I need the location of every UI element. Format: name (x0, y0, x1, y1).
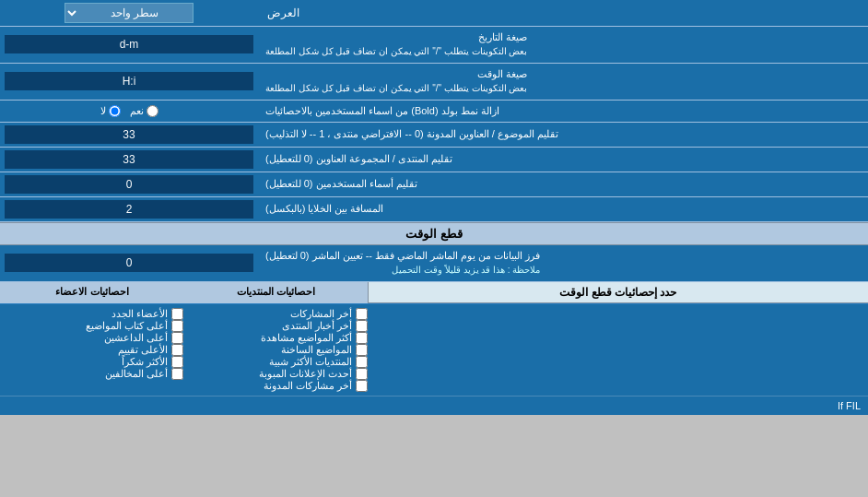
cells-distance-input[interactable] (5, 200, 253, 219)
time-format-row: صيغة الوقتبعض التكوينات يتطلب "/" التي ي… (0, 64, 868, 101)
checkbox-content: أخر المشاركات أخر أخبار المنتدى أكثر الم… (0, 304, 868, 396)
date-format-label: صيغة التاريخبعض التكوينات يتطلب "/" التي… (258, 27, 868, 63)
topics-limit-input[interactable] (5, 125, 253, 144)
most-similar-checkbox[interactable] (356, 356, 368, 368)
latest-ads-checkbox[interactable] (356, 368, 368, 380)
forum-limit-input-cell (0, 148, 258, 172)
time-cutoff-label: فرز البيانات من يوم الماشر الماضي فقط --… (258, 245, 868, 281)
bold-no-label[interactable]: لا (100, 105, 121, 117)
time-format-input[interactable] (5, 72, 253, 90)
users-limit-label: تقليم أسماء المستخدمين (0 للتعطيل) (258, 172, 868, 196)
list-item: الأكثر شكراً (8, 356, 183, 368)
top-posters-checkbox[interactable] (171, 320, 183, 332)
ifFIL-text: If FIL (838, 400, 861, 411)
top-select-cell[interactable]: سطر واحدسطرينثلاثة أسطر (0, 0, 258, 26)
bold-radio-cell: نعم لا (0, 101, 258, 122)
forum-limit-label: تقليم المنتدى / المجموعة العناوين (0 للت… (258, 148, 868, 172)
list-item: أعلى المخالفين (8, 368, 183, 380)
ifFIL-row: If FIL (0, 396, 868, 415)
latest-posts-checkbox[interactable] (356, 308, 368, 320)
hot-topics-checkbox[interactable] (356, 344, 368, 356)
list-item: أخر المشاركات (193, 308, 368, 320)
bold-yes-label[interactable]: نعم (130, 105, 158, 117)
display-select[interactable]: سطر واحدسطرينثلاثة أسطر (65, 3, 194, 23)
bold-label: ازالة نمط بولد (Bold) من اسماء المستخدمي… (258, 101, 868, 122)
stats-cutoff-header: حدد إحصائيات قطع الوقت (369, 282, 868, 303)
bold-yes-radio[interactable] (147, 105, 158, 117)
list-item: أخر مشاركات المدونة (193, 380, 368, 392)
top-row: العرض سطر واحدسطرينثلاثة أسطر (0, 0, 868, 27)
cells-distance-input-cell (0, 197, 258, 221)
date-format-input[interactable] (5, 35, 253, 53)
col2-checkboxes: أخر المشاركات أخر أخبار المنتدى أكثر الم… (188, 308, 372, 392)
date-format-input-cell (0, 27, 258, 63)
list-item: أخر أخبار المنتدى (193, 320, 368, 332)
cells-distance-row: المسافة بين الخلايا (بالبكسل) (0, 197, 868, 222)
list-item: أعلى كتاب المواضيع (8, 320, 183, 332)
top-label: العرض (258, 0, 868, 26)
cells-distance-label: المسافة بين الخلايا (بالبكسل) (258, 197, 868, 221)
list-item: أعلى الداعشين (8, 332, 183, 344)
topics-limit-label: تقليم الموضوع / العناوين المدونة (0 -- ا… (258, 123, 868, 147)
list-item: أحدث الإعلانات المبوبة (193, 368, 368, 380)
latest-forum-checkbox[interactable] (356, 320, 368, 332)
latest-shared-checkbox[interactable] (356, 380, 368, 392)
top-visitors-checkbox[interactable] (171, 368, 183, 380)
users-limit-input[interactable] (5, 175, 253, 194)
list-item: الأعلى تقييم (8, 344, 183, 356)
col1-checkboxes: الأعضاء الجدد أعلى كتاب المواضيع أعلى ال… (4, 308, 188, 392)
topics-limit-input-cell (0, 123, 258, 147)
checkbox-headers-row: حدد إحصائيات قطع الوقت احصائيات المنتديا… (0, 282, 868, 304)
list-item: أكثر المواضيع مشاهدة (193, 332, 368, 344)
time-cutoff-header: قطع الوقت (0, 222, 868, 245)
most-viewed-checkbox[interactable] (356, 332, 368, 344)
top-rated-checkbox[interactable] (171, 344, 183, 356)
topics-limit-row: تقليم الموضوع / العناوين المدونة (0 -- ا… (0, 123, 868, 148)
most-thanks-checkbox[interactable] (171, 356, 183, 368)
list-item: المنتديات الأكثر شبية (193, 356, 368, 368)
time-format-label: صيغة الوقتبعض التكوينات يتطلب "/" التي ي… (258, 64, 868, 100)
col3-checkboxes (372, 308, 864, 392)
top-active-checkbox[interactable] (171, 332, 183, 344)
time-cutoff-row: فرز البيانات من يوم الماشر الماضي فقط --… (0, 245, 868, 282)
checkbox-section: حدد إحصائيات قطع الوقت احصائيات المنتديا… (0, 282, 868, 396)
col2-header: احصائيات المنتديات (184, 282, 369, 303)
list-item: المواضيع الساخنة (193, 344, 368, 356)
new-members-checkbox[interactable] (171, 308, 183, 320)
date-format-row: صيغة التاريخبعض التكوينات يتطلب "/" التي… (0, 27, 868, 64)
time-format-input-cell (0, 64, 258, 100)
forum-limit-input[interactable] (5, 150, 253, 169)
bold-row: ازالة نمط بولد (Bold) من اسماء المستخدمي… (0, 101, 868, 123)
bold-no-radio[interactable] (109, 105, 121, 117)
list-item: الأعضاء الجدد (8, 308, 183, 320)
forum-limit-row: تقليم المنتدى / المجموعة العناوين (0 للت… (0, 148, 868, 172)
users-limit-input-cell (0, 172, 258, 196)
col1-header: احصائيات الاعضاء (0, 282, 184, 303)
time-cutoff-input[interactable] (5, 254, 253, 272)
time-cutoff-input-cell (0, 245, 258, 281)
users-limit-row: تقليم أسماء المستخدمين (0 للتعطيل) (0, 172, 868, 197)
